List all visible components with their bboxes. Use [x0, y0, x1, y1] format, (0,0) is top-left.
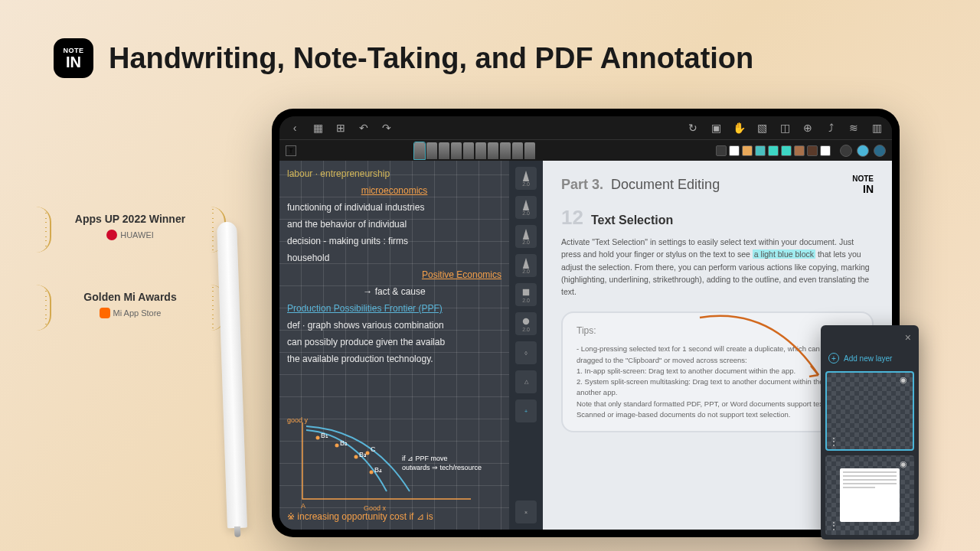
visibility-icon[interactable]: ◉ [900, 459, 910, 470]
award-item: Golden Mi Awards Mi App Store [31, 285, 230, 324]
pen-option[interactable] [475, 142, 486, 159]
canvas-area: labour · entrepreneurship microeconomics… [279, 161, 892, 530]
sel-mode-3[interactable] [874, 145, 886, 157]
hw-line: Positive Economics [287, 268, 501, 282]
stylus-graphic [217, 222, 247, 529]
close-icon[interactable]: × [825, 330, 914, 345]
svg-rect-15 [523, 289, 529, 295]
color-swatch[interactable] [729, 145, 740, 156]
part-title: Part 3. Document Editing [561, 177, 720, 193]
top-toolbar: ‹ ▦ ⊞ ↶ ↷ ↻ ▣ ✋ ▧ ◫ ⊕ ⤴ ≋ ▥ [279, 116, 892, 139]
share-icon[interactable]: ⤴ [825, 122, 837, 134]
hw-line: the available production technology. [287, 352, 501, 366]
hw-line: microeconomics [287, 184, 501, 197]
svg-text:B₄: B₄ [374, 466, 382, 474]
pen-size-tool[interactable]: 2.0 [515, 225, 537, 248]
color-swatch[interactable] [781, 145, 792, 156]
crop-icon[interactable]: ◫ [779, 122, 791, 134]
add-tool[interactable]: + [515, 399, 537, 422]
panels-icon[interactable]: ▥ [871, 122, 883, 134]
huawei-icon [106, 230, 117, 240]
undo-icon[interactable]: ↶ [358, 122, 370, 134]
hw-line: → fact & cause [287, 285, 501, 298]
grid-icon[interactable]: ▦ [312, 122, 324, 134]
sel-mode-1[interactable] [840, 145, 852, 157]
tablet-screen: ‹ ▦ ⊞ ↶ ↷ ↻ ▣ ✋ ▧ ◫ ⊕ ⤴ ≋ ▥ T [279, 116, 892, 530]
text-tool-icon[interactable]: T [286, 145, 296, 156]
pen-option[interactable] [463, 142, 474, 159]
color-palette [716, 145, 831, 156]
handwriting-canvas[interactable]: labour · entrepreneurship microeconomics… [279, 161, 509, 530]
layer-menu-icon[interactable]: ⋮ [829, 436, 838, 447]
color-swatch[interactable] [807, 145, 818, 156]
pen-option[interactable] [488, 142, 498, 159]
awards-column: Apps UP 2022 Winner HUAWEI Golden Mi Awa… [31, 207, 230, 363]
add-layer-label: Add new layer [844, 354, 892, 363]
pen-size-tool[interactable]: 2.0 [515, 254, 537, 277]
layers-panel[interactable]: × + Add new layer ◉ ⋮ ◉ ⋮ [821, 325, 919, 540]
image-icon[interactable]: ▧ [756, 122, 768, 134]
pen-option[interactable] [451, 142, 462, 159]
page-title: Handwriting, Note-Taking, and PDF Annota… [109, 42, 753, 75]
pen-option[interactable] [524, 142, 535, 159]
eraser-tool[interactable]: ◊ [515, 341, 537, 364]
sync-icon[interactable]: ↻ [687, 122, 699, 134]
layer-menu-icon[interactable]: ⋮ [829, 520, 838, 531]
pen-option[interactable] [512, 142, 523, 159]
hw-line: decision - making units : firms [287, 234, 501, 248]
svg-text:B₁: B₁ [321, 432, 328, 439]
app-logo: NOTE IN [54, 38, 93, 78]
color-swatch[interactable] [820, 145, 831, 156]
color-swatch[interactable] [742, 145, 753, 156]
color-swatch[interactable] [716, 145, 727, 156]
visibility-icon[interactable]: ◉ [900, 375, 910, 386]
back-icon[interactable]: ‹ [289, 122, 301, 134]
award-brand: HUAWEI [54, 230, 207, 240]
pen-option[interactable] [426, 142, 437, 159]
pen-size-tool[interactable]: 2.0 [515, 196, 537, 219]
pen-picker [414, 142, 535, 159]
redo-icon[interactable]: ↷ [381, 122, 393, 134]
svg-point-2 [335, 444, 339, 448]
apps-icon[interactable]: ⊞ [335, 122, 347, 134]
pen-option[interactable] [439, 142, 449, 159]
pen-size-tool[interactable]: 2.0 [515, 283, 537, 306]
doc-header: Part 3. Document Editing NOTEIN [561, 174, 874, 195]
pen-toolbar: T [279, 139, 892, 161]
layer-thumbnail[interactable]: ◉ ⋮ [825, 455, 914, 535]
sel-mode-2[interactable] [857, 145, 869, 157]
svg-point-4 [354, 455, 358, 459]
award-brand: Mi App Store [54, 308, 207, 318]
color-swatch[interactable] [794, 145, 805, 156]
doc-logo: NOTEIN [852, 174, 874, 195]
color-swatch[interactable] [768, 145, 779, 156]
svg-text:B₃: B₃ [359, 451, 367, 458]
color-swatch[interactable] [755, 145, 766, 156]
svg-point-16 [523, 318, 529, 324]
close-sidebar[interactable]: × [515, 500, 537, 523]
add-layer-button[interactable]: + Add new layer [825, 350, 914, 367]
hw-line: Production Possibilities Frontier (PPF) [287, 302, 501, 315]
doc-body: Activate "Text Selection" in settings to… [561, 236, 874, 298]
pen-option[interactable] [414, 142, 425, 159]
add-icon[interactable]: ⊕ [802, 122, 814, 134]
pen-size-tool[interactable]: 2.0 [515, 167, 537, 190]
pan-icon[interactable]: ✋ [733, 122, 745, 134]
text-highlight: a light blue block [753, 249, 815, 259]
mi-icon [100, 308, 110, 318]
pen-size-sidebar: 2.0 2.0 2.0 2.0 2.0 2.0 ◊ △ + × [509, 161, 543, 530]
inbox-icon[interactable]: ▣ [710, 122, 722, 134]
pen-option[interactable] [500, 142, 511, 159]
layers-icon[interactable]: ≋ [848, 122, 860, 134]
shape-tool[interactable]: △ [515, 370, 537, 393]
award-title: Apps UP 2022 Winner [54, 213, 207, 225]
hw-line: labour · entrepreneurship [287, 167, 501, 181]
svg-text:A: A [301, 502, 305, 510]
pen-size-tool[interactable]: 2.0 [515, 312, 537, 335]
section-title: Text Selection [591, 214, 673, 227]
layer-preview [840, 468, 900, 522]
svg-point-0 [316, 436, 320, 440]
hw-line: and the behavior of individual [287, 217, 501, 231]
hw-line: can possibly produce given the availab [287, 335, 501, 349]
layer-thumbnail[interactable]: ◉ ⋮ [825, 371, 914, 451]
